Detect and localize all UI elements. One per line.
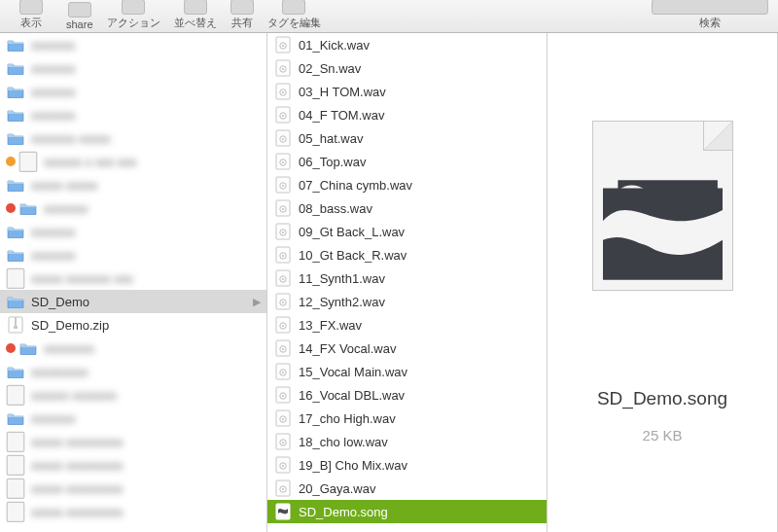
list-item[interactable]: 19_B] Cho Mix.wav (267, 453, 547, 477)
list-item[interactable]: 16_Vocal DBL.wav (267, 383, 547, 407)
item-label: xxxxx xxxxx (31, 178, 261, 193)
item-label: xxxxx xxxxxxxxx (31, 481, 261, 496)
list-item[interactable]: 10_Gt Back_R.wav (267, 243, 547, 266)
list-item[interactable]: xxxxxxxx (0, 337, 266, 360)
list-item[interactable]: xxxxx xxxxxxxxx (0, 477, 266, 500)
item-label: xxxxx xxxxxxxxx (31, 458, 261, 473)
svg-point-54 (282, 372, 284, 373)
item-label: xxxxxxx (31, 411, 261, 426)
document-icon (6, 456, 25, 474)
audio-file-icon (273, 363, 293, 380)
document-icon (18, 153, 38, 170)
audio-file-icon (273, 246, 293, 264)
list-item[interactable]: 17_cho High.wav (267, 407, 547, 430)
list-item[interactable]: 09_Gt Back_L.wav (267, 220, 547, 243)
svg-point-63 (282, 442, 284, 443)
list-item[interactable]: 18_cho low.wav (267, 430, 547, 453)
list-item[interactable]: SD_Demo.zip (0, 313, 266, 337)
column-2[interactable]: 01_Kick.wav02_Sn.wav03_H TOM.wav04_F TOM… (267, 33, 548, 532)
toolbar-action[interactable]: アクション (107, 0, 160, 30)
folder-icon (6, 363, 25, 380)
audio-file-icon (273, 106, 293, 124)
list-item[interactable]: xxxxxxx xxxxx (0, 126, 266, 150)
item-label: xxxxxxx (31, 108, 261, 123)
list-item[interactable]: xxxxxxx (0, 33, 266, 56)
toolbar-view[interactable]: 表示 (19, 0, 43, 30)
list-item[interactable]: SD_Demo▶ (0, 290, 266, 313)
song-file-icon (273, 503, 293, 520)
item-label: 01_Kick.wav (299, 38, 541, 53)
item-label: xxxxx xxxxxxxxx (31, 435, 261, 449)
toolbar-arrange[interactable]: 並べ替え (174, 0, 217, 30)
item-label: 08_bass.wav (299, 201, 541, 216)
item-label: xxxxxx x xxx xxx (44, 155, 261, 169)
list-item[interactable]: 01_Kick.wav (267, 33, 547, 56)
item-label: 06_Top.wav (299, 155, 541, 169)
toolbar-share[interactable]: share (66, 2, 93, 30)
item-label: xxxxxxxxx (31, 365, 261, 379)
item-label: 02_Sn.wav (299, 61, 541, 76)
list-item[interactable]: 06_Top.wav (267, 150, 547, 173)
folder-icon (6, 176, 25, 194)
list-item[interactable]: 14_FX Vocal.wav (267, 337, 547, 360)
audio-file-icon (273, 293, 293, 310)
item-label: xxxxxxx (31, 225, 261, 239)
list-item[interactable]: xxxxx xxxxx (0, 173, 266, 196)
item-label: xxxxxx xxxxxxx (31, 388, 261, 403)
item-label: SD_Demo.zip (31, 318, 261, 333)
item-label: 11_Synth1.wav (299, 271, 541, 286)
list-item[interactable]: xxxxxxxxx (0, 360, 266, 383)
list-item[interactable]: xxxxxx x xxx xxx (0, 150, 266, 173)
toolbar-tags[interactable]: タグを編集 (267, 0, 321, 30)
list-item[interactable]: xxxxxxx (0, 220, 266, 243)
list-item[interactable]: xxxxxx xxxxxxx (0, 383, 266, 407)
svg-point-18 (282, 91, 284, 93)
list-item[interactable]: xxxxxxx (0, 243, 266, 266)
item-label: 20_Gaya.wav (299, 481, 541, 496)
svg-point-69 (282, 488, 284, 490)
list-item[interactable]: 12_Synth2.wav (267, 290, 547, 313)
list-item[interactable]: 02_Sn.wav (267, 56, 547, 80)
item-label: 12_Synth2.wav (299, 295, 541, 309)
folder-icon (6, 36, 25, 53)
list-item[interactable]: 07_China cymb.wav (267, 173, 547, 196)
list-item[interactable]: xxxxxxx (0, 56, 266, 80)
list-item[interactable]: xxxxx xxxxxxx xxx (0, 266, 266, 290)
list-item[interactable]: 03_H TOM.wav (267, 80, 547, 103)
list-item[interactable]: 04_F TOM.wav (267, 103, 547, 126)
list-item[interactable]: xxxxxxx (0, 196, 266, 220)
folder-icon (18, 199, 38, 217)
column-1[interactable]: xxxxxxxxxxxxxxxxxxxxxxxxxxxxxxxxxxx xxxx… (0, 33, 267, 532)
list-item[interactable]: xxxxxxx (0, 407, 266, 430)
list-item[interactable]: xxxxxxx (0, 103, 266, 126)
folder-icon (6, 293, 25, 310)
list-item[interactable]: xxxxx xxxxxxxxx (0, 500, 266, 523)
preview-filename: SD_Demo.song (597, 388, 727, 409)
item-label: xxxxxxx (31, 61, 261, 76)
folder-icon (6, 409, 25, 427)
toolbar-search[interactable]: 検索 (652, 0, 768, 30)
list-item[interactable]: 20_Gaya.wav (267, 477, 547, 500)
list-item[interactable]: xxxxx xxxxxxxxx (0, 430, 266, 453)
list-item[interactable]: 15_Vocal Main.wav (267, 360, 547, 383)
item-label: 14_FX Vocal.wav (299, 341, 541, 356)
list-item[interactable]: xxxxx xxxxxxxxx (0, 453, 266, 477)
list-item[interactable]: 08_bass.wav (267, 196, 547, 220)
svg-point-21 (282, 115, 284, 117)
list-item[interactable]: 05_hat.wav (267, 126, 547, 150)
item-label: 18_cho low.wav (299, 435, 541, 449)
item-label: xxxxxxx (31, 85, 261, 99)
svg-point-15 (282, 68, 284, 70)
item-label: xxxxx xxxxxxxxx (31, 505, 261, 519)
preview-filesize: 25 KB (643, 427, 683, 443)
item-label: SD_Demo.song (299, 505, 541, 519)
item-label: 10_Gt Back_R.wav (299, 248, 541, 263)
svg-rect-1 (7, 268, 24, 288)
toolbar-share2[interactable]: 共有 (230, 0, 254, 30)
list-item[interactable]: xxxxxxx (0, 80, 266, 103)
list-item[interactable]: SD_Demo.song (267, 500, 547, 523)
list-item[interactable]: 13_FX.wav (267, 313, 547, 337)
svg-rect-7 (7, 455, 24, 475)
list-item[interactable]: 11_Synth1.wav (267, 266, 547, 290)
audio-file-icon (273, 386, 293, 404)
